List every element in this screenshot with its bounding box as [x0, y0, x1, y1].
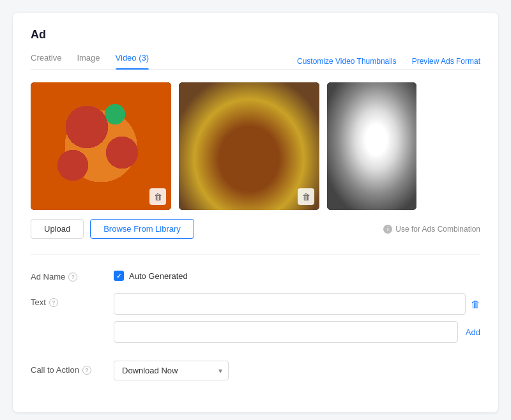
- customize-thumbnails-link[interactable]: Customize Video Thumbnails: [297, 57, 397, 66]
- text-input-1[interactable]: [114, 293, 466, 315]
- ad-name-label: Ad Name ?: [31, 267, 114, 281]
- video-thumb-3: [327, 82, 416, 210]
- text-row: Text ? 🗑 Add: [31, 293, 480, 349]
- ad-name-help-icon: ?: [68, 273, 77, 281]
- text-label: Text ?: [31, 293, 114, 307]
- upload-button[interactable]: Upload: [31, 219, 84, 239]
- combination-label: Use for Ads Combination: [395, 225, 480, 234]
- video-thumb-2: 🗑: [179, 82, 319, 210]
- ad-name-content: Auto Generated: [114, 267, 480, 281]
- auto-generated-checkbox[interactable]: [114, 271, 124, 281]
- cta-help-icon: ?: [82, 366, 91, 375]
- text-input-2[interactable]: [114, 321, 458, 343]
- combination-info-icon: i: [383, 225, 392, 234]
- video-image-flour: [327, 82, 416, 210]
- text-content: 🗑 Add: [114, 293, 480, 349]
- preview-ads-link[interactable]: Preview Ads Format: [412, 57, 480, 66]
- tab-image[interactable]: Image: [77, 53, 100, 69]
- section-divider: [31, 254, 480, 255]
- auto-generated-wrap: Auto Generated: [114, 267, 480, 281]
- cta-select-wrap: Download Now Learn More Shop Now Sign Up…: [114, 361, 229, 380]
- delete-video-2-button[interactable]: 🗑: [298, 188, 314, 205]
- tabs-right: Customize Video Thumbnails Preview Ads F…: [297, 57, 480, 66]
- tabs-left: Creative Image Video (3): [31, 53, 149, 69]
- browse-library-button[interactable]: Browse From Library: [90, 219, 194, 239]
- cta-row: Call to Action ? Download Now Learn More…: [31, 361, 480, 380]
- ad-card: Ad Creative Image Video (3) Customize Vi…: [13, 13, 498, 412]
- add-text-link[interactable]: Add: [466, 327, 480, 337]
- video-thumb-1: 🗑: [31, 82, 171, 210]
- video-strip: 🗑 🗑: [31, 82, 480, 210]
- page-title: Ad: [31, 28, 480, 41]
- tabs-bar: Creative Image Video (3) Customize Video…: [31, 53, 480, 70]
- cta-select[interactable]: Download Now Learn More Shop Now Sign Up…: [114, 361, 229, 380]
- cta-label: Call to Action ?: [31, 361, 114, 375]
- use-combination-wrap: i Use for Ads Combination: [383, 225, 480, 234]
- ad-name-row: Ad Name ? Auto Generated: [31, 267, 480, 281]
- delete-video-1-button[interactable]: 🗑: [149, 188, 166, 205]
- text-input-row-1: 🗑: [114, 293, 480, 315]
- text-input-row-2: Add: [114, 321, 480, 343]
- delete-text-1-icon[interactable]: 🗑: [471, 299, 480, 310]
- auto-generated-label: Auto Generated: [129, 271, 188, 281]
- tab-video[interactable]: Video (3): [116, 53, 149, 69]
- tab-creative[interactable]: Creative: [31, 53, 61, 69]
- text-help-icon: ?: [49, 298, 58, 307]
- video-actions-bar: Upload Browse From Library i Use for Ads…: [31, 219, 480, 239]
- cta-content: Download Now Learn More Shop Now Sign Up…: [114, 361, 480, 380]
